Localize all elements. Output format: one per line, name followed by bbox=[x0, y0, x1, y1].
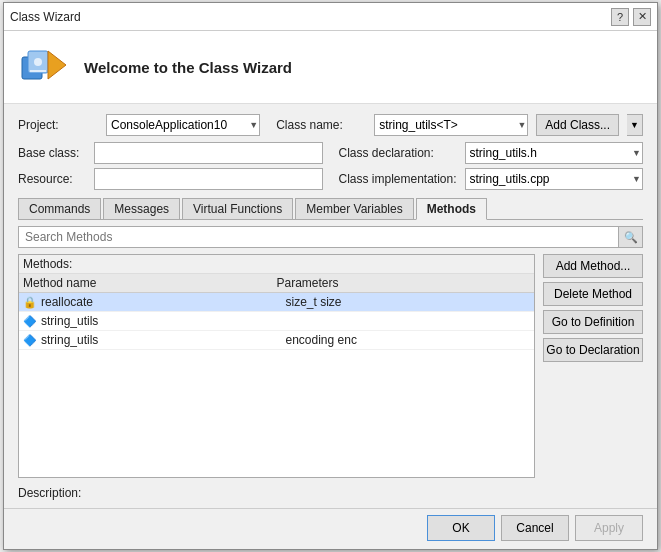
search-icon: 🔍 bbox=[624, 231, 638, 244]
delete-method-button[interactable]: Delete Method bbox=[543, 282, 643, 306]
access-icon-public: 🔷 bbox=[23, 314, 37, 328]
classname-label: Class name: bbox=[276, 118, 366, 132]
classname-select[interactable]: string_utils<T> bbox=[374, 114, 528, 136]
project-select[interactable]: ConsoleApplication10 bbox=[106, 114, 260, 136]
base-class-input[interactable] bbox=[94, 142, 323, 164]
add-class-split-arrow[interactable]: ▼ bbox=[627, 114, 643, 136]
method-name-0: reallocate bbox=[41, 295, 286, 309]
dialog-title: Welcome to the Class Wizard bbox=[84, 59, 292, 76]
class-implementation-label: Class implementation: bbox=[339, 172, 459, 186]
base-declaration-row: Base class: Class declaration: string_ut… bbox=[18, 142, 643, 190]
methods-panel: Methods: Method name Parameters 🔒 reallo… bbox=[18, 254, 535, 478]
dialog-body: Project: ConsoleApplication10 ▼ Class na… bbox=[4, 104, 657, 508]
wizard-icon bbox=[20, 43, 68, 91]
base-class-label: Base class: bbox=[18, 146, 88, 160]
svg-point-3 bbox=[34, 58, 42, 66]
project-classname-row: Project: ConsoleApplication10 ▼ Class na… bbox=[18, 114, 643, 136]
access-icon-private: 🔒 bbox=[23, 295, 37, 309]
ok-button[interactable]: OK bbox=[427, 515, 495, 541]
table-body: 🔒 reallocate size_t size 🔷 string_utils … bbox=[19, 293, 534, 477]
method-params-0: size_t size bbox=[286, 295, 531, 309]
add-method-button[interactable]: Add Method... bbox=[543, 254, 643, 278]
col-parameters: Parameters bbox=[277, 276, 531, 290]
description-bar: Description: bbox=[18, 482, 643, 502]
title-bar-left: Class Wizard bbox=[10, 10, 81, 24]
tab-commands[interactable]: Commands bbox=[18, 198, 101, 219]
go-to-declaration-button[interactable]: Go to Declaration bbox=[543, 338, 643, 362]
class-implementation-select[interactable]: string_utils.cpp bbox=[465, 168, 644, 190]
resource-input[interactable] bbox=[94, 168, 323, 190]
project-label: Project: bbox=[18, 118, 98, 132]
class-wizard-dialog: Class Wizard ? ✕ Welcome to the Class Wi… bbox=[3, 2, 658, 550]
description-label: Description: bbox=[18, 486, 81, 500]
method-name-2: string_utils bbox=[41, 333, 286, 347]
side-buttons: Add Method... Delete Method Go to Defini… bbox=[543, 254, 643, 478]
help-button[interactable]: ? bbox=[611, 8, 629, 26]
method-params-2: encoding enc bbox=[286, 333, 531, 347]
table-header: Method name Parameters bbox=[19, 274, 534, 293]
svg-marker-2 bbox=[48, 51, 66, 79]
dialog-footer: OK Cancel Apply bbox=[4, 508, 657, 549]
dialog-header: Welcome to the Class Wizard bbox=[4, 31, 657, 104]
search-row: 🔍 bbox=[18, 226, 643, 248]
tabs-bar: Commands Messages Virtual Functions Memb… bbox=[18, 198, 643, 220]
table-row[interactable]: 🔷 string_utils bbox=[19, 312, 534, 331]
title-bar: Class Wizard ? ✕ bbox=[4, 3, 657, 31]
tab-member-variables[interactable]: Member Variables bbox=[295, 198, 413, 219]
base-class-row: Base class: bbox=[18, 142, 323, 164]
method-name-1: string_utils bbox=[41, 314, 286, 328]
resource-label: Resource: bbox=[18, 172, 88, 186]
table-row[interactable]: 🔒 reallocate size_t size bbox=[19, 293, 534, 312]
class-implementation-row: Class implementation: string_utils.cpp ▼ bbox=[339, 168, 644, 190]
content-area: Methods: Method name Parameters 🔒 reallo… bbox=[18, 254, 643, 478]
search-input[interactable] bbox=[18, 226, 619, 248]
col-method-name: Method name bbox=[23, 276, 277, 290]
search-button[interactable]: 🔍 bbox=[619, 226, 643, 248]
class-declaration-select[interactable]: string_utils.h bbox=[465, 142, 644, 164]
close-button[interactable]: ✕ bbox=[633, 8, 651, 26]
class-declaration-row: Class declaration: string_utils.h ▼ bbox=[339, 142, 644, 164]
title-bar-title: Class Wizard bbox=[10, 10, 81, 24]
table-row[interactable]: 🔷 string_utils encoding enc bbox=[19, 331, 534, 350]
title-bar-right: ? ✕ bbox=[611, 8, 651, 26]
tab-virtual-functions[interactable]: Virtual Functions bbox=[182, 198, 293, 219]
tab-methods[interactable]: Methods bbox=[416, 198, 487, 220]
tab-messages[interactable]: Messages bbox=[103, 198, 180, 219]
go-to-definition-button[interactable]: Go to Definition bbox=[543, 310, 643, 334]
methods-section-label: Methods: bbox=[19, 255, 534, 274]
class-declaration-label: Class declaration: bbox=[339, 146, 459, 160]
apply-button[interactable]: Apply bbox=[575, 515, 643, 541]
access-icon-public-2: 🔷 bbox=[23, 333, 37, 347]
cancel-button[interactable]: Cancel bbox=[501, 515, 569, 541]
resource-row: Resource: bbox=[18, 168, 323, 190]
add-class-button[interactable]: Add Class... bbox=[536, 114, 619, 136]
